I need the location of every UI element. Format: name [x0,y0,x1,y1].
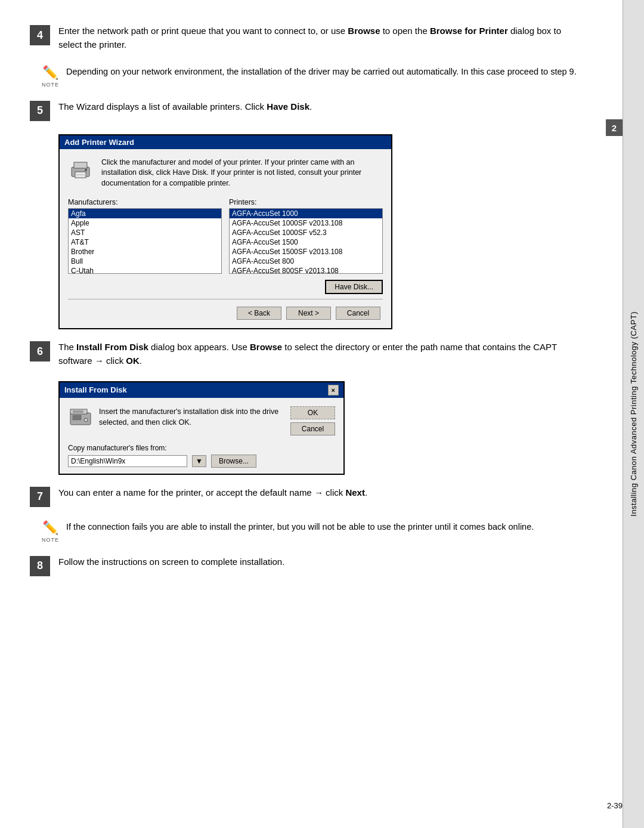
wizard-printer-icon [68,157,93,183]
step-4-block: 4 Enter the network path or print queue … [30,24,587,52]
chapter-badge: 2 [606,119,623,136]
disk-ok-button[interactable]: OK [290,406,335,419]
wizard-lists-row: Manufacturers: Agfa Apple AST AT&T Broth… [68,198,383,274]
disk-titlebar: Install From Disk × [60,382,343,398]
step-6-number: 6 [30,341,50,362]
disk-top-row: Insert the manufacturer's installation d… [68,406,335,435]
disk-browse-button[interactable]: Browse... [211,455,256,468]
svg-rect-6 [73,415,81,420]
step-5-block: 5 The Wizard displays a list of availabl… [30,100,587,121]
wizard-footer-buttons: < Back Next > Cancel [68,303,383,322]
manufacturers-listbox[interactable]: Agfa Apple AST AT&T Brother Bull C-Utah [68,208,222,274]
printer-svg [69,159,92,181]
disk-path-input[interactable] [68,455,187,467]
printer-item-7[interactable]: AGFA-AccuSet 800SF v2013.108 [230,266,382,274]
manufacturers-label: Manufacturers: [68,198,222,206]
manufacturer-item-bull[interactable]: Bull [69,257,221,266]
disk-path-row: Copy manufacturer's files from: ▼ Browse… [68,444,335,468]
printer-item-1[interactable]: AGFA-AccuSet 1000 [230,209,382,218]
disk-instructions: Insert the manufacturer's installation d… [99,406,284,428]
page-number: 2-39 [607,801,623,810]
wizard-header-row: Click the manufacturer and model of your… [68,157,383,189]
drive-svg [69,407,92,427]
main-content: 4 Enter the network path or print queue … [0,0,623,625]
note-2-label: NOTE [42,537,59,543]
disk-copy-label: Copy manufacturer's files from: [68,444,335,452]
note-1-icon-col: ✏️ NOTE [42,65,59,88]
svg-point-7 [84,418,88,422]
step-8-block: 8 Follow the instructions on screen to c… [30,555,587,576]
cancel-button[interactable]: Cancel [336,307,380,320]
step-8-text: Follow the instructions on screen to com… [58,555,587,569]
next-button[interactable]: Next > [286,307,331,320]
disk-cancel-button[interactable]: Cancel [290,422,335,435]
manufacturer-item-att[interactable]: AT&T [69,237,221,247]
manufacturer-item-ast[interactable]: AST [69,228,221,237]
manufacturer-item-agfa[interactable]: Agfa [69,209,221,218]
add-printer-wizard-dialog: Add Printer Wizard Click the manufacture… [58,134,392,330]
printer-item-6[interactable]: AGFA-AccuSet 800 [230,257,382,266]
disk-drive-icon [68,406,93,428]
printer-item-2[interactable]: AGFA-AccuSet 1000SF v2013.108 [230,218,382,228]
step-7-block: 7 You can enter a name for the printer, … [30,486,587,507]
step-4-number: 4 [30,25,50,45]
step-7-number: 7 [30,487,50,507]
disk-path-input-row: ▼ Browse... [68,455,335,468]
wizard-titlebar: Add Printer Wizard [60,135,391,149]
svg-rect-9 [73,410,83,413]
side-tab: Installing Canon Advanced Printing Techn… [623,0,644,828]
svg-rect-3 [75,174,86,175]
manufacturers-col: Manufacturers: Agfa Apple AST AT&T Broth… [68,198,222,274]
note-1-label: NOTE [42,82,59,88]
note-1-block: ✏️ NOTE Depending on your network enviro… [30,65,587,88]
step-7-text: You can enter a name for the printer, or… [58,486,587,499]
manufacturer-item-brother[interactable]: Brother [69,247,221,257]
back-button[interactable]: < Back [237,307,281,320]
svg-point-4 [85,169,87,171]
disk-ok-cancel-col: OK Cancel [290,406,335,435]
printer-item-3[interactable]: AGFA-AccuSet 1000SF v52.3 [230,228,382,237]
note-2-pencil-icon: ✏️ [42,520,58,536]
step-6-text: The Install From Disk dialog box appears… [58,340,587,368]
note-2-block: ✏️ NOTE If the connection fails you are … [30,520,587,543]
wizard-header-text: Click the manufacturer and model of your… [101,157,383,189]
step-8-number: 8 [30,556,50,576]
step-6-block: 6 The Install From Disk dialog box appea… [30,340,587,368]
wizard-body: Click the manufacturer and model of your… [60,149,391,329]
note-2-text: If the connection fails you are able to … [66,520,587,533]
printer-item-5[interactable]: AGFA-AccuSet 1500SF v2013.108 [230,247,382,257]
step-5-text: The Wizard displays a list of available … [58,100,587,113]
disk-title: Install From Disk [64,385,127,394]
printers-label: Printers: [229,198,383,206]
note-2-icon-col: ✏️ NOTE [42,520,59,543]
have-disk-button[interactable]: Have Disk... [325,280,383,294]
note-1-text: Depending on your network environment, t… [66,65,587,78]
manufacturer-item-cutah[interactable]: C-Utah [69,266,221,274]
disk-close-button[interactable]: × [328,385,339,396]
printers-listbox[interactable]: AGFA-AccuSet 1000 AGFA-AccuSet 1000SF v2… [229,208,383,274]
printer-item-4[interactable]: AGFA-AccuSet 1500 [230,237,382,247]
wizard-title: Add Printer Wizard [64,138,134,147]
have-disk-row: Have Disk... [68,280,383,294]
manufacturer-item-apple[interactable]: Apple [69,218,221,228]
step-5-number: 5 [30,101,50,121]
disk-dropdown-arrow[interactable]: ▼ [192,455,206,467]
side-tab-label: Installing Canon Advanced Printing Techn… [629,311,638,517]
printers-col: Printers: AGFA-AccuSet 1000 AGFA-AccuSet… [229,198,383,274]
disk-body: Insert the manufacturer's installation d… [60,398,343,474]
wizard-separator [68,299,383,299]
svg-rect-1 [74,162,87,168]
install-from-disk-dialog: Install From Disk × Insert the manufactu… [58,381,345,475]
note-pencil-icon: ✏️ [42,65,58,81]
step-4-text: Enter the network path or print queue th… [58,24,587,52]
